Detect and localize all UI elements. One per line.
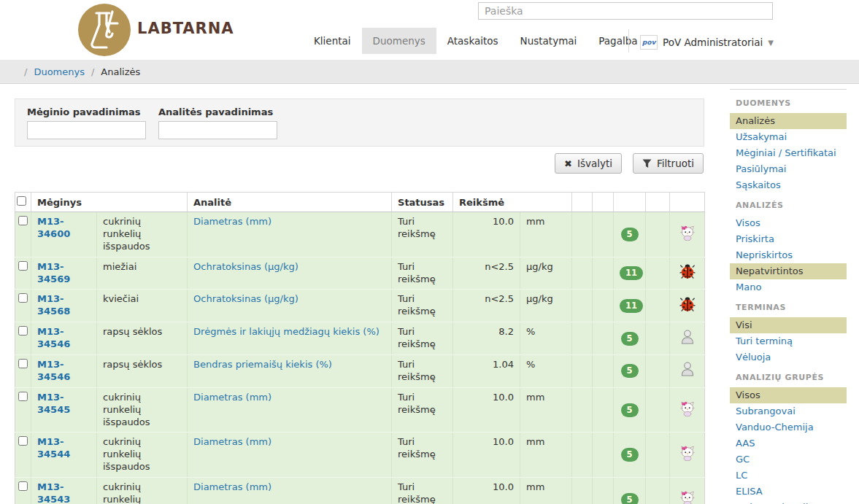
nav-item-nustatymai[interactable]: Nustatymai (509, 28, 588, 54)
sidebar-item-pasi-lymai[interactable]: Pasiūlymai (730, 161, 847, 177)
sample-name-cell: rapsų sėklos (97, 322, 188, 355)
sample-name-cell: cukrinių runkelių išspaudos (97, 433, 188, 478)
result-count-badge[interactable]: 5 (621, 228, 639, 241)
sidebar-item-lc[interactable]: LC (730, 468, 847, 484)
filter-button[interactable]: Filtruoti (633, 153, 704, 174)
sidebar-item-s-skaitos[interactable]: Sąskaitos (730, 177, 847, 193)
col-header-analyte[interactable]: Analitė (188, 193, 392, 212)
row-checkbox[interactable] (18, 216, 28, 225)
row-checkbox[interactable] (18, 261, 28, 271)
sidebar-item-analiz-s[interactable]: Analizės (730, 113, 847, 129)
value-cell: n<2.5 (453, 257, 520, 290)
sidebar-section-duomenys: DUOMENYS (730, 91, 847, 113)
nav-item-klientai[interactable]: Klientai (303, 28, 362, 54)
sidebar-item-vanduo-chemija[interactable]: Vanduo-Chemija (730, 419, 847, 435)
result-count-badge[interactable]: 5 (621, 448, 639, 462)
sample-id-link[interactable]: M13-34546 (37, 326, 90, 351)
empty-cell-2 (593, 478, 614, 504)
result-count-badge[interactable]: 5 (621, 364, 639, 378)
row-checkbox-cell (15, 322, 31, 355)
analyte-link[interactable]: Drėgmės ir lakiųjų medžiagų kiekis (%) (193, 326, 380, 337)
analyte-link[interactable]: Diametras (mm) (193, 392, 271, 403)
sample-id-link[interactable]: M13-34543 (37, 481, 90, 504)
sample-id-link[interactable]: M13-34600 (37, 216, 90, 241)
analyte-name-input[interactable] (158, 121, 277, 139)
person-icon[interactable] (679, 361, 696, 377)
result-count-badge[interactable]: 5 (621, 403, 639, 417)
sidebar-item-visos[interactable]: Visos (730, 387, 847, 403)
clear-x-icon: ✖ (564, 158, 572, 169)
clear-button[interactable]: ✖ Išvalyti (555, 153, 622, 174)
sidebar-item-aas[interactable]: AAS (730, 435, 847, 451)
sidebar-item-elisa[interactable]: ELISA (730, 484, 847, 500)
status-cell: Turi reikšmę (392, 212, 453, 257)
result-count-badge[interactable]: 5 (621, 332, 639, 346)
sidebar-item-priskirta[interactable]: Priskirta (730, 231, 847, 247)
user-menu[interactable]: pov PoV Administratoriai ▼ (640, 35, 774, 50)
row-checkbox[interactable] (18, 293, 28, 303)
row-checkbox[interactable] (18, 326, 28, 336)
sidebar-item-m-giniai-sertifikatai[interactable]: Mėginiai / Sertifikatai (730, 145, 847, 161)
row-checkbox[interactable] (18, 392, 28, 401)
count-cell: 11 (614, 257, 646, 290)
nav-item-duomenys[interactable]: Duomenys (362, 28, 436, 54)
cat-icon[interactable] (679, 400, 696, 416)
sidebar-item-subrangovai[interactable]: Subrangovai (730, 403, 847, 419)
sample-id-cell: M13-34543 (31, 478, 97, 504)
col-header-value[interactable]: Reikšmė (453, 193, 572, 212)
search-input[interactable] (478, 2, 773, 20)
analyte-link[interactable]: Diametras (mm) (193, 481, 271, 492)
col-header-status[interactable]: Statusas (392, 193, 453, 212)
sidebar-item-u-sakymai[interactable]: Užsakymai (730, 129, 847, 145)
cat-icon[interactable] (679, 225, 696, 241)
ladybug-icon[interactable] (679, 296, 696, 312)
sidebar-item-mano[interactable]: Mano (730, 279, 847, 295)
analyte-link[interactable]: Diametras (mm) (193, 436, 271, 447)
status-cell: Turi reikšmę (392, 478, 453, 504)
sidebar-item-maistas-chemija[interactable]: Maistas-Chemija (730, 500, 847, 504)
funnel-icon (642, 159, 652, 168)
row-checkbox[interactable] (18, 481, 28, 491)
nav-item-ataskaitos[interactable]: Ataskaitos (436, 28, 509, 54)
analyte-link[interactable]: Bendras priemaišų kiekis (%) (193, 359, 332, 370)
sidebar-item-nepriskirtos[interactable]: Nepriskirtos (730, 247, 847, 263)
labtarna-logo-icon[interactable] (77, 3, 131, 57)
result-count-badge[interactable]: 11 (620, 299, 643, 313)
analyte-link[interactable]: Ochratoksinas (µg/kg) (193, 261, 298, 272)
sample-id-link[interactable]: M13-34546 (37, 359, 90, 384)
sidebar-item-nepatvirtintos[interactable]: Nepatvirtintos (730, 263, 847, 279)
breadcrumb-bar: /Duomenys/Analizės (0, 60, 859, 84)
row-checkbox[interactable] (18, 436, 28, 446)
unit-cell: mm (520, 212, 572, 257)
result-count-badge[interactable]: 11 (620, 266, 643, 280)
result-count-badge[interactable]: 5 (621, 493, 639, 504)
analyte-link[interactable]: Diametras (mm) (193, 216, 271, 227)
cat-icon[interactable] (679, 490, 696, 504)
sample-id-link[interactable]: M13-34545 (37, 392, 90, 416)
ladybug-icon[interactable] (679, 263, 696, 279)
sample-name-input[interactable] (27, 121, 146, 139)
breadcrumb-item[interactable]: Duomenys (34, 66, 85, 77)
empty-cell-2 (593, 257, 614, 290)
sample-id-cell: M13-34545 (31, 387, 97, 433)
col-header-sample[interactable]: Mėginys (31, 193, 188, 212)
breadcrumb-separator: / (91, 66, 94, 77)
sidebar-item-turi-termin-[interactable]: Turi terminą (730, 333, 847, 349)
assignee-icon-cell (670, 387, 705, 433)
chevron-down-icon: ▼ (768, 39, 774, 47)
sidebar-item-visi[interactable]: Visi (730, 317, 847, 333)
sample-id-link[interactable]: M13-34544 (37, 436, 90, 461)
sample-id-link[interactable]: M13-34568 (37, 293, 90, 318)
sidebar-item-gc[interactable]: GC (730, 451, 847, 468)
sidebar-section-analiz-s: ANALIZĖS (730, 193, 847, 215)
sidebar-item-visos[interactable]: Visos (730, 215, 847, 231)
sample-id-line1: M13- (37, 326, 90, 338)
select-all-checkbox[interactable] (17, 196, 26, 206)
sidebar-item-v-luoja[interactable]: Vėluoja (730, 349, 847, 365)
cat-icon[interactable] (679, 445, 696, 461)
row-checkbox-cell (15, 478, 31, 504)
row-checkbox[interactable] (18, 359, 28, 368)
sample-id-link[interactable]: M13-34569 (37, 261, 90, 286)
person-icon[interactable] (679, 329, 696, 345)
analyte-link[interactable]: Ochratoksinas (µg/kg) (193, 293, 298, 304)
